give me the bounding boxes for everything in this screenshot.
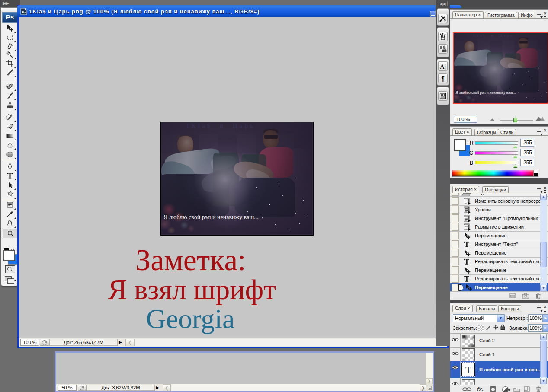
svg-text:Ps: Ps (22, 10, 27, 14)
